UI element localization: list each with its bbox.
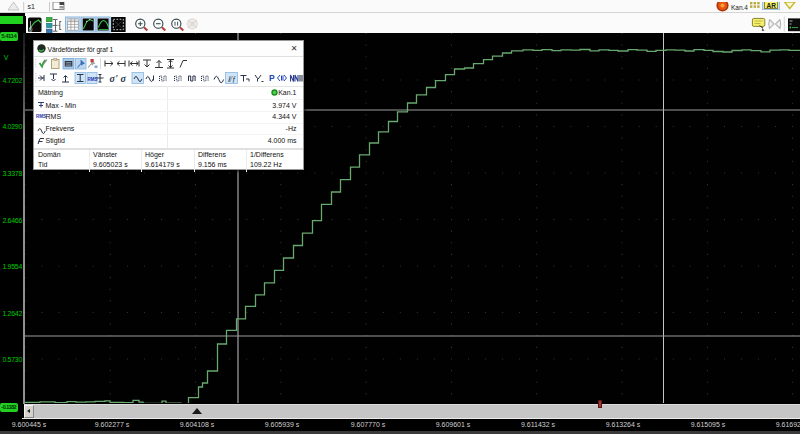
svg-text:RMS: RMS (87, 76, 97, 81)
svg-text:s1: s1 (28, 3, 36, 10)
svg-text:σ': σ' (109, 73, 117, 84)
svg-text:P: P (269, 73, 275, 83)
svg-text:Kan.4: Kan.4 (731, 4, 748, 11)
svg-text:0: 0 (29, 26, 33, 33)
svg-text:AR: AR (767, 2, 777, 9)
svg-text:Ⅰ/ƒ: Ⅰ/ƒ (227, 74, 236, 83)
svg-text:σ: σ (120, 73, 126, 84)
